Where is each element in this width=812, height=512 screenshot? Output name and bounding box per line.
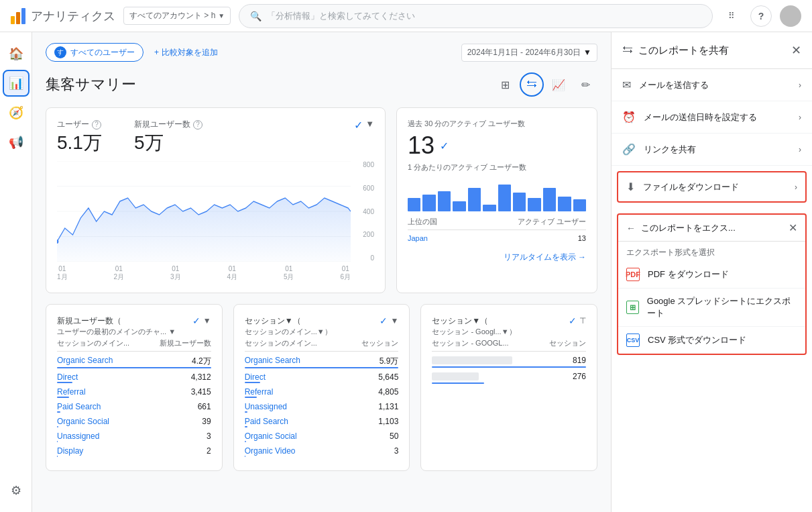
bc2-dropdown-icon[interactable]: ▼: [390, 316, 398, 325]
row-name[interactable]: Organic Search: [57, 356, 113, 367]
row-name[interactable]: Organic Search: [245, 356, 300, 367]
sub-panel: ← このレポートをエクス... ✕ エクスポート形式を選択 PDF PDF をダ…: [617, 213, 807, 355]
metrics-row: ユーザー ? 5.1万 新規ユーザー数 ? 5万 ✓: [57, 119, 374, 156]
bc2-col-headers: セッションのメイン... セッション: [245, 338, 399, 352]
row-val: 50: [390, 431, 398, 441]
row-name[interactable]: Organic Social: [245, 431, 297, 441]
nav-home[interactable]: 🏠: [3, 40, 30, 67]
sub-panel-header: ← このレポートをエクス... ✕: [618, 215, 805, 242]
row-name[interactable]: Paid Search: [245, 417, 288, 426]
row-name[interactable]: Paid Search: [57, 402, 101, 411]
row-val: 4.2万: [192, 356, 211, 367]
line-chart: [57, 161, 351, 262]
search-bar[interactable]: 🔍 「分析情報」と検索してみてください: [239, 4, 713, 28]
chart-area: 800 600 400 200 0 011月 012月 013月 014月 01…: [57, 161, 374, 282]
sub-panel-title: このレポートをエクス...: [641, 222, 736, 234]
row-val: 5.9万: [380, 356, 399, 367]
new-user-info-icon[interactable]: ?: [193, 120, 202, 130]
share-btn[interactable]: ⮀: [520, 72, 544, 97]
add-icon: +: [154, 48, 159, 57]
avatar[interactable]: [780, 5, 801, 27]
nav-reports[interactable]: 📊: [3, 70, 30, 97]
date-chevron-icon: ▼: [583, 48, 591, 57]
row-val: 661: [198, 402, 211, 411]
trend-btn[interactable]: 📈: [546, 72, 571, 97]
row-val: 276: [573, 372, 586, 381]
row-val: 3: [207, 431, 211, 441]
row-name[interactable]: Direct: [245, 372, 266, 382]
panel-item-download[interactable]: ⬇ ファイルをダウンロード ›: [618, 172, 805, 201]
row-name[interactable]: Direct: [57, 372, 78, 382]
metric-dropdown-icon[interactable]: ▼: [365, 119, 374, 156]
row-name[interactable]: Unassigned: [57, 431, 99, 441]
nav-explore[interactable]: 🧭: [3, 99, 30, 126]
bottom-card-2: セッション▼（ セッションのメイン...▼） ✓ ▼ セッションのメイン... …: [233, 304, 410, 471]
user-metric: ユーザー ? 5.1万: [57, 119, 102, 156]
bc1-dropdown-icon[interactable]: ▼: [203, 316, 211, 325]
sub-panel-close-icon[interactable]: ✕: [789, 221, 797, 234]
realtime-check-icon: ✓: [440, 140, 449, 152]
panel-item-download-highlighted: ⬇ ファイルをダウンロード ›: [617, 171, 807, 203]
user-info-icon[interactable]: ?: [92, 120, 101, 130]
email-chevron-icon: ›: [799, 81, 801, 90]
export-option-pdf[interactable]: PDF PDF をダウンロード: [618, 261, 805, 289]
schedule-icon: ⏰: [622, 111, 636, 123]
rt-value: 13: [578, 234, 586, 242]
rt-country[interactable]: Japan: [408, 234, 428, 242]
row-name[interactable]: Unassigned: [245, 402, 287, 411]
panel-item-schedule[interactable]: ⏰ メールの送信日時を設定する ›: [612, 101, 812, 134]
panel-item-link[interactable]: 🔗 リンクを共有 ›: [612, 134, 812, 166]
bc3-rows: 819 276: [432, 354, 586, 387]
table-row: Direct 4,312: [57, 371, 211, 386]
rt-table-header: 上位の国 アクティブ ユーザー: [408, 217, 586, 230]
row-name[interactable]: Organic Video: [245, 446, 296, 456]
export-option-sheets[interactable]: ⊞ Google スプレッドシートにエクスポート: [618, 289, 805, 327]
realtime-view-link[interactable]: リアルタイムを表示 →: [408, 252, 586, 263]
table-row: Organic Social 50: [245, 430, 399, 445]
bc3-filter-icon[interactable]: ⊤: [579, 316, 586, 325]
back-icon[interactable]: ←: [626, 223, 636, 234]
bc3-title: セッション▼（: [432, 315, 516, 327]
edit-btn[interactable]: ✏: [573, 72, 597, 97]
nav-settings[interactable]: ⚙: [3, 477, 30, 504]
logo: アナリティクス: [11, 8, 115, 24]
panel-item-email[interactable]: ✉ メールを送信する ›: [612, 69, 812, 101]
pdf-label: PDF をダウンロード: [648, 268, 729, 280]
app-title: アナリティクス: [31, 8, 115, 24]
apps-icon[interactable]: ⠿: [721, 5, 742, 27]
row-name[interactable]: Organic Social: [57, 417, 109, 426]
date-range-selector[interactable]: 2024年1月1日 - 2024年6月30日 ▼: [461, 44, 597, 62]
row-name[interactable]: Referral: [57, 387, 86, 397]
table-row: Paid Search 1,103: [245, 415, 399, 430]
realtime-label: 過去 30 分のアクティブ ユーザー数: [408, 119, 586, 129]
row-name[interactable]: Display: [57, 446, 83, 456]
date-range-text: 2024年1月1日 - 2024年6月30日: [467, 47, 581, 58]
bc1-title: 新規ユーザー数（: [57, 315, 176, 327]
account-selector[interactable]: すべてのアカウント > h ▼: [123, 7, 231, 25]
bottom-card-1: 新規ユーザー数（ ユーザーの最初のメインのチャ... ▼ ✓ ▼ セッションのメ…: [46, 304, 223, 471]
export-option-csv[interactable]: CSV CSV 形式でダウンロード: [618, 327, 805, 354]
add-comparison-label: 比較対象を追加: [162, 47, 218, 58]
table-row: Display 2: [57, 445, 211, 460]
pdf-icon: PDF: [626, 268, 640, 281]
bc3-col-headers: セッション - GOOGL... セッション: [432, 338, 586, 352]
row-val: 39: [202, 417, 211, 426]
row-val: 4,312: [191, 372, 211, 382]
schedule-chevron-icon: ›: [799, 113, 801, 122]
add-comparison-btn[interactable]: + 比較対象を追加: [149, 44, 223, 61]
bc1-col-headers: セッションのメイン... 新規ユーザー数: [57, 338, 211, 352]
segment-chip[interactable]: す すべてのユーザー: [46, 43, 143, 62]
bc2-title: セッション▼（: [245, 315, 332, 327]
row-name[interactable]: Referral: [245, 387, 274, 397]
help-icon[interactable]: ?: [750, 5, 772, 27]
nav-advertising[interactable]: 📢: [3, 129, 30, 156]
page-title-row: 集客サマリー ⊞ ⮀ 📈 ✏: [46, 72, 597, 97]
panel-close-icon[interactable]: ✕: [791, 43, 801, 58]
bc3-check-icon: ✓: [569, 315, 577, 326]
header-actions: ⠿ ?: [721, 5, 801, 27]
csv-label: CSV 形式でダウンロード: [648, 334, 746, 346]
top-cards-row: ユーザー ? 5.1万 新規ユーザー数 ? 5万 ✓: [46, 107, 597, 293]
bottom-cards: 新規ユーザー数（ ユーザーの最初のメインのチャ... ▼ ✓ ▼ セッションのメ…: [46, 304, 597, 471]
main-layout: 🏠 📊 🧭 📢 ⚙ す すべてのユーザー + 比較対象を追加 2024年1月1日…: [0, 32, 812, 512]
customize-btn[interactable]: ⊞: [493, 72, 517, 97]
